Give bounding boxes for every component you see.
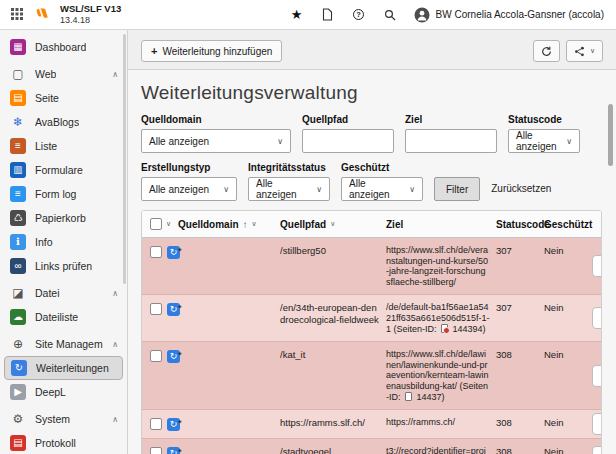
sidebar-item-label: Info [35,236,53,248]
main-scrollbar[interactable] [608,104,613,166]
filter-statuscode: Statuscode Alle anzeigen ∨ [508,114,580,153]
quelldomain-select[interactable]: Alle anzeigen ∨ [141,129,291,153]
filter-quellpfad: Quellpfad [302,114,394,153]
sidebar-item-datei[interactable]: ◪Datei∧ [0,281,127,305]
sidebar-item-label: Links prüfen [35,260,92,272]
sidebar-item-weiterleitungen[interactable]: ↻Weiterleitungen [4,356,123,380]
help-icon[interactable]: ? [352,8,366,22]
sidebar-item-label: AvaBlogs [35,116,79,128]
integritaetsstatus-select[interactable]: Alle anzeigen ∨ [248,177,330,201]
chevron-up-icon[interactable]: ∧ [112,340,118,349]
info-icon: ℹ [10,234,26,250]
statuscode-select[interactable]: Alle anzeigen ∨ [508,129,580,153]
row-actions-button[interactable] [592,255,602,277]
sidebar-item-deepl[interactable]: ▶DeepL [0,380,127,404]
quellpfad-input[interactable] [302,129,394,153]
sidebar-item-system[interactable]: ⚙System∧ [0,407,127,431]
docheader: + Weiterleitung hinzufügen ∨ [128,30,616,70]
table-row[interactable]: ↻*/kat_ithttps://www.slf.ch/de/lawinen/l… [142,342,601,410]
redirects-table: ∨ Quelldomain ↑ ∨ Quellpfad ∨ Ziel Statu… [141,210,602,454]
module-grid-menu-icon[interactable] [10,7,24,21]
file-section-icon: ◪ [10,285,26,301]
sidebar-item-protokoll[interactable]: ▤Protokoll [0,431,127,454]
table-row[interactable]: ↻*/en/34th-european-dendroecological-fie… [142,295,601,342]
sidebar-item-dashboard[interactable]: ▦Dashboard [0,35,127,59]
sidebar-item-form-log[interactable]: ≡Form log [0,182,127,206]
search-icon[interactable] [383,8,397,22]
column-header-quellpfad[interactable]: Quellpfad ∨ [280,219,386,230]
table-row[interactable]: ↻*https://ramms.slf.ch/https://ramms.ch/… [142,410,601,439]
sidebar: ▦Dashboard▢Web∧▤Seite❄AvaBlogs≡Liste▥For… [0,30,128,454]
chevron-down-icon: ∨ [308,185,322,194]
chevron-up-icon[interactable]: ∧ [112,289,118,298]
add-redirect-button[interactable]: + Weiterleitung hinzufügen [141,40,282,62]
row-ziel: https://www.slf.ch/de/veranstaltungen-un… [386,238,496,294]
filter-geschuetzt: Geschützt Alle anzeigen ∨ [341,162,423,201]
page-hidden-icon [441,324,448,333]
erstellungstyp-select[interactable]: Alle anzeigen ∨ [141,177,237,201]
select-all-checkbox[interactable] [150,218,162,230]
chevron-up-icon[interactable]: ∧ [112,70,118,79]
page-icon [405,392,412,401]
row-ziel: /de/default-ba1f56ae1a5421ff635a661e506d… [386,295,496,341]
chevron-down-icon[interactable]: ∨ [166,220,171,228]
sidebar-item-links-pr-fen[interactable]: ∞Links prüfen [0,254,127,278]
table-header: ∨ Quelldomain ↑ ∨ Quellpfad ∨ Ziel Statu… [142,211,601,238]
row-actions-button[interactable] [592,307,602,329]
sidebar-scrollbar[interactable] [123,34,126,284]
row-checkbox[interactable] [150,303,162,315]
sidebar-item-papierkorb[interactable]: ♺Papierkorb [0,206,127,230]
row-checkbox[interactable] [150,350,162,362]
chevron-down-icon[interactable]: ∨ [252,220,257,228]
table-row[interactable]: ↻*/stillberg50https://www.slf.ch/de/vera… [142,238,601,295]
document-icon[interactable] [321,8,335,22]
sidebar-item-formulare[interactable]: ▥Formulare [0,158,127,182]
user-menu[interactable]: BW Cornelia Accola-Gansner (accola) [414,7,604,23]
reload-button[interactable] [533,40,560,62]
bookmark-star-icon[interactable]: ★ [290,8,304,22]
chevron-down-icon: ∨ [590,47,595,55]
sidebar-item-web[interactable]: ▢Web∧ [0,62,127,86]
row-checkbox[interactable] [150,418,162,430]
chevron-down-icon: ∨ [269,137,283,146]
sort-ascending-icon: ↑ [243,219,248,230]
filter-row-2: Erstellungstyp Alle anzeigen ∨ Integritä… [141,162,602,201]
row-quellpfad: https://ramms.slf.ch/ [280,410,386,438]
share-button[interactable]: ∨ [566,40,603,62]
geschuetzt-select[interactable]: Alle anzeigen ∨ [341,177,423,201]
table-row[interactable]: ↻*/stadtvoegelt3://record?identifier=pro… [142,439,601,454]
ziel-input[interactable] [405,129,497,153]
row-actions-button[interactable] [592,413,602,435]
row-ziel: t3://record?identifier=project&uid=9770 [386,439,496,454]
sidebar-item-label: Papierkorb [35,212,86,224]
sidebar-item-avablogs[interactable]: ❄AvaBlogs [0,110,127,134]
typo3-version: 13.4.18 [60,15,121,25]
site-title-text: WSL/SLF V13 [60,4,121,15]
sidebar-item-label: Web [35,68,56,80]
filter-button[interactable]: Filter [434,177,480,201]
chevron-up-icon[interactable]: ∧ [112,415,118,424]
chevron-down-icon: ∨ [558,137,572,146]
sidebar-item-seite[interactable]: ▤Seite [0,86,127,110]
reset-link[interactable]: Zurücksetzen [491,177,551,201]
row-actions-button[interactable] [592,365,602,387]
row-actions-button[interactable] [592,446,602,454]
column-header-quelldomain[interactable]: Quelldomain ↑ ∨ [178,219,280,230]
page-module-icon: ▤ [10,90,26,106]
row-checkbox[interactable] [150,447,162,454]
column-header-ziel: Ziel [386,219,496,230]
sidebar-item-liste[interactable]: ≡Liste [0,134,127,158]
typo3-backend-window: WSL/SLF V13 13.4.18 ★ ? [0,0,616,454]
gear-icon: ⚙ [10,411,26,427]
filter-row-1: Quelldomain Alle anzeigen ∨ Quellpfad Zi… [141,114,602,153]
row-quelldomain: * [178,410,280,438]
share-icon [574,46,585,57]
sidebar-item-info[interactable]: ℹInfo [0,230,127,254]
sidebar-item-label: Liste [35,140,57,152]
sidebar-item-dateiliste[interactable]: ☁Dateiliste [0,305,127,329]
column-header-geschuetzt: Geschützt [544,219,600,230]
row-checkbox[interactable] [150,246,162,258]
chevron-down-icon[interactable]: ∨ [330,220,335,228]
sidebar-item-site-management[interactable]: ⊕Site Management∧ [0,332,127,356]
row-quellpfad: /stadtvoegel [280,439,386,454]
